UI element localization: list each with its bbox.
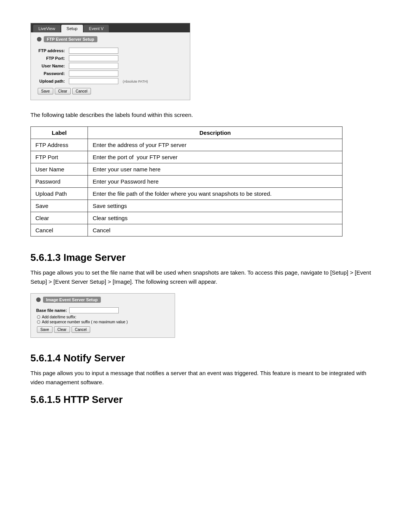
- input-upload-path[interactable]: [69, 78, 118, 84]
- ftp-save-button[interactable]: Save: [38, 88, 53, 94]
- ftp-screenshot: LiveView Setup Event V FTP Event Server …: [30, 23, 190, 100]
- ftp-button-row: Save Clear Cancel: [37, 88, 184, 94]
- row-desc-ftp-address: Enter the address of your FTP server: [88, 139, 342, 151]
- image-title-label: Image Event Server Setup: [43, 297, 101, 303]
- radio-sequence-label: Add sequence number suffix ( no maximum …: [42, 320, 127, 324]
- base-file-label: Base file name:: [36, 308, 67, 313]
- table-row: Cancel Cancel: [31, 224, 342, 236]
- radio-datetime-label: Add date/time suffix:: [42, 315, 76, 319]
- radio-sequence-circle[interactable]: [37, 320, 40, 324]
- row-label-ftp-address: FTP Address: [31, 139, 88, 151]
- image-clear-button[interactable]: Clear: [54, 326, 70, 333]
- input-username[interactable]: [69, 63, 118, 69]
- section-613-body: This page allows you to set the file nam…: [30, 268, 381, 286]
- radio-datetime-circle[interactable]: [37, 315, 40, 319]
- form-row-ftpaddress: FTP address:: [37, 47, 150, 54]
- section-613-heading: 5.6.1.3 Image Server: [30, 252, 381, 264]
- row-desc-ftp-port: Enter the port of your FTP server: [88, 151, 342, 163]
- table-row: Clear Clear settings: [31, 212, 342, 224]
- input-ftp-address[interactable]: [69, 48, 118, 54]
- col-description-header: Description: [88, 126, 342, 139]
- label-upload-path: Upload path:: [37, 77, 67, 85]
- table-row: FTP Port Enter the port of your FTP serv…: [31, 151, 342, 163]
- row-label-upload-path: Upload Path: [31, 187, 88, 200]
- row-desc-clear: Clear settings: [88, 212, 342, 224]
- section-614-body: This page allows you to input a message …: [30, 369, 381, 387]
- radio-sequence: Add sequence number suffix ( no maximum …: [37, 320, 169, 324]
- base-file-input[interactable]: [69, 307, 119, 313]
- label-ftp-address: FTP address:: [37, 47, 67, 54]
- table-row: FTP Address Enter the address of your FT…: [31, 139, 342, 151]
- base-file-row: Base file name:: [36, 307, 169, 313]
- image-screenshot: Image Event Server Setup Base file name:…: [30, 293, 175, 338]
- row-label-clear: Clear: [31, 212, 88, 224]
- table-header-row: Label Description: [31, 126, 342, 139]
- event-tab[interactable]: Event V: [84, 25, 109, 32]
- row-desc-save: Save settings: [88, 200, 342, 212]
- table-row: Upload Path Enter the file path of the f…: [31, 187, 342, 200]
- label-password: Password:: [37, 70, 67, 77]
- row-label-save: Save: [31, 200, 88, 212]
- row-label-password: Password: [31, 175, 88, 187]
- table-row: Save Save settings: [31, 200, 342, 212]
- input-ftp-port[interactable]: [69, 55, 118, 61]
- row-desc-upload-path: Enter the file path of the folder where …: [88, 187, 342, 200]
- row-label-ftp-port: FTP Port: [31, 151, 88, 163]
- form-row-username: User Name:: [37, 62, 150, 70]
- title-dot: [37, 37, 41, 42]
- ftp-setup-title: FTP Event Server Setup: [37, 36, 184, 42]
- image-title-dot: [36, 297, 41, 302]
- ftp-screenshot-body: FTP Event Server Setup FTP address: FTP …: [31, 32, 190, 100]
- setup-tab[interactable]: Setup: [61, 25, 83, 32]
- row-desc-password: Enter your Password here: [88, 175, 342, 187]
- section-615-heading: 5.6.1.5 HTTP Server: [30, 394, 381, 406]
- ftp-tabs: LiveView Setup Event V: [31, 23, 190, 32]
- table-row: Password Enter your Password here: [31, 175, 342, 187]
- row-desc-cancel: Cancel: [88, 224, 342, 236]
- image-cancel-button[interactable]: Cancel: [72, 326, 90, 333]
- form-row-uploadpath: Upload path: (Absolute PATH): [37, 77, 150, 85]
- form-row-password: Password:: [37, 70, 150, 77]
- ftp-title-label: FTP Event Server Setup: [44, 36, 97, 42]
- label-username: User Name:: [37, 62, 67, 70]
- radio-datetime: Add date/time suffix:: [37, 315, 169, 319]
- ftp-form-table: FTP address: FTP Port: User Name: Passwo…: [37, 47, 150, 85]
- ftp-desc-para: The following table describes the labels…: [30, 111, 381, 120]
- upload-path-note: (Absolute PATH): [123, 80, 148, 83]
- row-desc-user-name: Enter your user name here: [88, 163, 342, 175]
- image-button-row: Save Clear Cancel: [36, 326, 169, 333]
- image-save-button[interactable]: Save: [37, 326, 53, 333]
- form-row-ftpport: FTP Port:: [37, 54, 150, 62]
- row-label-cancel: Cancel: [31, 224, 88, 236]
- section-614-heading: 5.6.1.4 Notify Server: [30, 352, 381, 364]
- image-setup-title: Image Event Server Setup: [36, 297, 169, 303]
- liveview-tab[interactable]: LiveView: [33, 25, 61, 32]
- row-label-user-name: User Name: [31, 163, 88, 175]
- table-row: User Name Enter your user name here: [31, 163, 342, 175]
- input-password[interactable]: [69, 70, 118, 77]
- col-label-header: Label: [31, 126, 88, 139]
- ftp-clear-button[interactable]: Clear: [55, 88, 71, 94]
- label-ftp-port: FTP Port:: [37, 54, 67, 62]
- image-screenshot-body: Image Event Server Setup Base file name:…: [31, 294, 175, 337]
- ftp-cancel-button[interactable]: Cancel: [72, 88, 91, 94]
- info-table: Label Description FTP Address Enter the …: [30, 126, 342, 236]
